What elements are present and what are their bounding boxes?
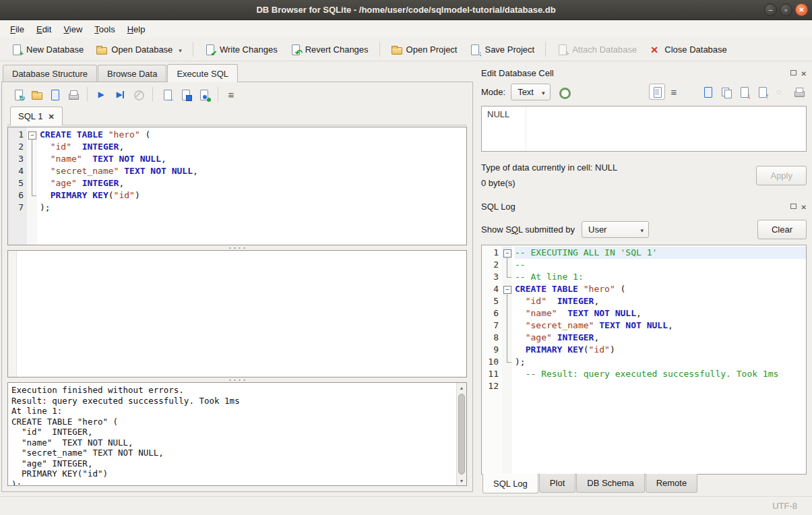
cell-editor-toolbar: Mode: Text (481, 80, 807, 103)
open-database-icon (96, 44, 107, 55)
execute-all-button[interactable] (94, 86, 110, 102)
float-panel-icon[interactable] (790, 204, 797, 209)
execution-log-text: Execution finished without errors. Resul… (8, 383, 456, 485)
toolbar-separator (152, 87, 153, 102)
titlebar[interactable]: DB Browser for SQLite - /home/user/code/… (0, 0, 812, 20)
new-database-label: New Database (26, 44, 84, 55)
new-sql-file-button[interactable] (10, 86, 26, 102)
save-project-icon (469, 44, 480, 55)
clear-log-button[interactable]: Clear (757, 220, 807, 239)
close-database-label: Close Database (664, 44, 727, 55)
close-database-button[interactable]: Close Database (644, 40, 732, 59)
mode-select[interactable]: Text (511, 84, 550, 100)
splitter-handle[interactable] (7, 245, 467, 250)
save-project-button[interactable]: Save Project (464, 40, 540, 59)
open-sql-file-button[interactable] (28, 86, 44, 102)
window-title: DB Browser for SQLite - /home/user/code/… (0, 5, 812, 15)
fold-toggle-icon[interactable] (502, 283, 512, 295)
tab-browse-data[interactable]: Browse Data (98, 65, 166, 82)
set-cell-null-icon (775, 86, 786, 98)
app-window: DB Browser for SQLite - /home/user/code/… (0, 0, 812, 515)
scroll-up-icon[interactable] (457, 383, 466, 392)
dock-tab-sql-log[interactable]: SQL Log (482, 474, 538, 493)
toggle-results-layout-icon (227, 89, 239, 100)
open-in-external-app-button[interactable] (556, 84, 572, 100)
text-view-toggle-button[interactable] (649, 84, 665, 100)
open-database-button[interactable]: Open Database (90, 40, 187, 59)
right-pane: Edit Database Cell Mode: Text NULL (477, 61, 812, 496)
splitter-handle[interactable] (7, 377, 467, 382)
toolbar-separator (218, 87, 218, 102)
menu-edit[interactable]: Edit (30, 22, 57, 37)
scrollbar-thumb[interactable] (458, 394, 465, 475)
import-cell-data-button[interactable] (736, 84, 752, 100)
code-line: -- EXECUTING ALL IN 'SQL 1' (515, 247, 806, 259)
fold-toggle-icon[interactable] (502, 247, 512, 259)
tab-execute-sql[interactable]: Execute SQL (167, 64, 238, 82)
export-results-button[interactable] (159, 86, 175, 102)
sql-editor[interactable]: 1234567 CREATE TABLE "hero" ( "id" INTEG… (7, 127, 467, 245)
left-pane: Database StructureBrowse DataExecute SQL… (0, 61, 473, 496)
sql-tab[interactable]: SQL 1 (10, 107, 63, 125)
toolbar-separator (545, 42, 546, 57)
minimize-button[interactable] (764, 3, 777, 16)
export-cell-data-button[interactable] (754, 84, 770, 100)
export-cell-data-icon (757, 86, 768, 98)
apply-button: Apply (756, 166, 807, 185)
statusbar: UTF-8 (0, 496, 812, 515)
dropdown-arrow-icon[interactable] (179, 44, 182, 55)
fold-toggle-icon[interactable] (27, 129, 37, 141)
code-line: "name" TEXT NOT NULL, (40, 153, 466, 165)
float-panel-icon[interactable] (790, 70, 797, 75)
save-results-view-button[interactable] (177, 86, 193, 102)
sql-code[interactable]: CREATE TABLE "hero" ( "id" INTEGER, "nam… (37, 127, 466, 245)
close-panel-icon[interactable] (801, 202, 807, 212)
open-in-external-app-icon (558, 86, 569, 98)
scroll-down-icon[interactable] (457, 476, 466, 485)
menu-tools[interactable]: Tools (88, 22, 121, 37)
open-file-in-cell-button[interactable] (699, 84, 716, 100)
code-line: PRIMARY KEY("id") (515, 344, 806, 356)
find-replace-button[interactable] (195, 86, 212, 102)
menu-file[interactable]: File (4, 22, 30, 37)
write-changes-button[interactable]: Write Changes (199, 40, 283, 59)
scrollbar-track[interactable] (457, 392, 466, 476)
copy-cell-icon (720, 86, 732, 98)
close-tab-icon[interactable] (48, 111, 54, 121)
revert-changes-button[interactable]: Revert Changes (284, 40, 374, 59)
print-sql-button[interactable] (65, 86, 81, 102)
toggle-results-layout-button[interactable] (224, 86, 241, 102)
cell-size-info: 0 byte(s) (481, 178, 756, 188)
menu-view[interactable]: View (57, 22, 88, 37)
main-tab-bar: Database StructureBrowse DataExecute SQL (1, 63, 473, 82)
cell-value: NULL (487, 109, 509, 119)
copy-cell-button[interactable] (718, 84, 734, 100)
cell-editor[interactable]: NULL (481, 106, 807, 152)
save-sql-file-button[interactable] (46, 86, 63, 102)
log-filter-select[interactable]: User (582, 221, 649, 238)
word-wrap-toggle-button[interactable] (667, 84, 683, 100)
dock-tab-db-schema[interactable]: DB Schema (576, 474, 644, 493)
menu-help[interactable]: Help (121, 22, 152, 37)
attach-database-icon (557, 44, 568, 55)
execute-current-line-icon (115, 89, 126, 100)
close-panel-icon[interactable] (801, 68, 807, 78)
vertical-scrollbar[interactable] (456, 383, 466, 485)
dock-tab-plot[interactable]: Plot (539, 474, 575, 493)
open-file-in-cell-icon (702, 86, 714, 98)
new-database-button[interactable]: New Database (5, 40, 89, 59)
print-cell-button[interactable] (790, 84, 807, 100)
execute-current-line-button[interactable] (112, 86, 128, 102)
close-button[interactable] (795, 3, 808, 16)
open-project-button[interactable]: Open Project (385, 40, 463, 59)
toolbar-separator (379, 42, 380, 57)
sql-log-title: SQL Log (481, 202, 790, 212)
maximize-button[interactable] (780, 3, 792, 16)
sql-log-view[interactable]: 123456789101112 -- EXECUTING ALL IN 'SQL… (481, 245, 807, 475)
code-line: "id" INTEGER, (40, 141, 466, 153)
tab-database-structure[interactable]: Database Structure (3, 65, 97, 82)
find-replace-icon (198, 89, 210, 100)
dock-tab-remote[interactable]: Remote (646, 474, 698, 493)
chevron-down-icon (542, 87, 545, 97)
filter-label: Show SQL submitted by (481, 224, 575, 235)
